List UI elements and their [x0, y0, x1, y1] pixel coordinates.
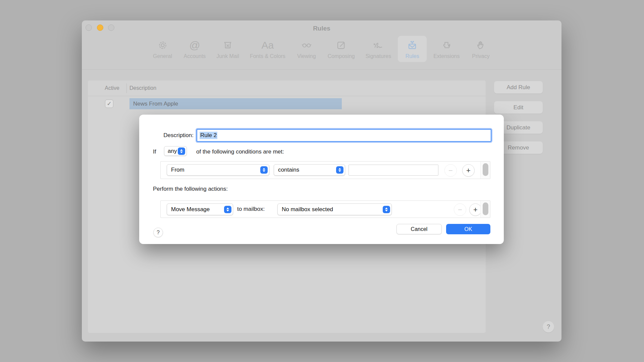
popup-value: any: [168, 148, 177, 155]
plus-icon: +: [473, 205, 478, 214]
add-rule-button[interactable]: Add Rule: [494, 81, 543, 94]
tab-privacy[interactable]: Privacy: [466, 36, 495, 62]
stepper-icon: [336, 166, 343, 174]
plus-icon: +: [466, 166, 471, 175]
compose-icon: [336, 39, 346, 51]
condition-operator-popup[interactable]: contains: [274, 164, 345, 176]
selected-text: Rule 2: [200, 132, 217, 139]
tab-label: Junk Mail: [216, 53, 239, 59]
rules-envelope-icon: [407, 39, 418, 51]
tab-junk-mail[interactable]: Junk Mail: [212, 36, 243, 62]
window-help-button[interactable]: ?: [543, 321, 554, 333]
help-icon: ?: [547, 323, 550, 330]
actions-label: Perform the following actions:: [153, 186, 228, 192]
tab-accounts[interactable]: @ Accounts: [180, 36, 210, 62]
tab-label: Signatures: [366, 53, 391, 59]
column-header-description[interactable]: Description: [129, 85, 156, 91]
condition-field-popup[interactable]: From: [167, 164, 269, 176]
tab-fonts-colors[interactable]: Aa Fonts & Colors: [246, 36, 289, 62]
condition-value-input[interactable]: [348, 165, 438, 176]
tab-label: General: [153, 53, 172, 59]
if-label: If: [153, 148, 156, 155]
add-action-button[interactable]: +: [469, 203, 482, 216]
rule-active-checkbox[interactable]: ✓: [105, 100, 113, 108]
edit-rule-dialog: Description: Rule 2 If any of the follow…: [139, 115, 504, 244]
conditions-suffix-label: of the following conditions are met:: [196, 148, 284, 155]
tab-rules[interactable]: Rules: [398, 36, 427, 62]
popup-value: No mailbox selected: [282, 206, 333, 213]
description-input[interactable]: Rule 2: [197, 129, 491, 142]
minus-icon: −: [448, 166, 453, 175]
tab-label: Extensions: [433, 53, 460, 59]
popup-value: From: [171, 167, 184, 173]
remove-action-button[interactable]: −: [454, 203, 466, 216]
help-icon: ?: [157, 230, 160, 236]
window-title: Rules: [82, 25, 561, 32]
mailbox-popup[interactable]: No mailbox selected: [277, 203, 392, 215]
tab-signatures[interactable]: Signatures: [362, 36, 395, 62]
popup-value: contains: [278, 167, 299, 173]
stepper-icon: [178, 147, 185, 155]
trash-icon: [222, 39, 233, 51]
hand-icon: [475, 39, 486, 51]
preferences-toolbar: General @ Accounts Junk Mail Aa Fonts & …: [82, 36, 561, 69]
add-condition-button[interactable]: +: [462, 164, 475, 177]
tab-extensions[interactable]: Extensions: [429, 36, 464, 62]
glasses-icon: [301, 39, 312, 51]
ok-button[interactable]: OK: [446, 224, 490, 234]
minus-icon: −: [458, 205, 462, 214]
cancel-button[interactable]: Cancel: [396, 224, 442, 234]
scrollbar-thumb[interactable]: [483, 163, 488, 176]
description-label: Description:: [153, 132, 194, 139]
scrollbar-thumb[interactable]: [483, 202, 488, 215]
gear-icon: [157, 39, 168, 51]
stepper-icon: [260, 166, 268, 174]
rule-description: News From Apple: [129, 101, 178, 107]
column-header-active[interactable]: Active: [99, 85, 125, 91]
tab-label: Privacy: [472, 53, 489, 59]
stepper-icon: [224, 206, 231, 213]
action-type-popup[interactable]: Move Message: [167, 203, 233, 215]
toolbar-separator: [82, 69, 561, 70]
edit-button[interactable]: Edit: [494, 101, 543, 114]
check-icon: ✓: [107, 100, 111, 107]
actions-list: Move Message to mailbox: No mailbox sele…: [160, 200, 490, 218]
column-divider[interactable]: [126, 83, 127, 93]
puzzle-icon: [441, 39, 452, 51]
dialog-help-button[interactable]: ?: [153, 228, 163, 237]
signature-icon: [372, 39, 384, 51]
stepper-icon: [383, 206, 390, 213]
popup-value: Move Message: [171, 206, 210, 213]
at-icon: @: [189, 39, 200, 51]
conditions-scrollbar[interactable]: [480, 162, 490, 179]
remove-condition-button[interactable]: −: [444, 164, 457, 177]
actions-scrollbar[interactable]: [480, 201, 490, 218]
table-row[interactable]: ✓ News From Apple: [88, 97, 486, 111]
tab-general[interactable]: General: [148, 36, 177, 62]
fonts-icon: Aa: [261, 39, 274, 51]
any-all-popup[interactable]: any: [164, 146, 187, 156]
tab-label: Rules: [406, 53, 419, 59]
tab-label: Composing: [328, 53, 355, 59]
to-mailbox-label: to mailbox:: [237, 206, 265, 213]
tab-label: Viewing: [297, 53, 316, 59]
tab-composing[interactable]: Composing: [324, 36, 359, 62]
tab-label: Accounts: [184, 53, 206, 59]
conditions-list: From contains − +: [160, 161, 490, 179]
selected-row-highlight[interactable]: News From Apple: [129, 98, 342, 109]
table-header: Active Description: [88, 80, 486, 96]
tab-viewing[interactable]: Viewing: [292, 36, 321, 62]
tab-label: Fonts & Colors: [250, 53, 285, 59]
